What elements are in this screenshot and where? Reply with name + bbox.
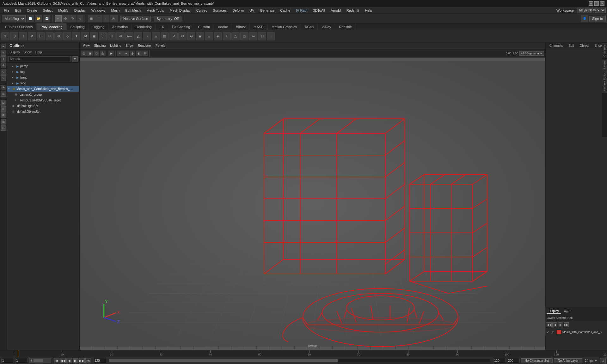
vp-tb-wire[interactable]: ⬡ <box>94 51 99 56</box>
toolbar-open[interactable]: 📂 <box>35 15 42 22</box>
tab-redshift[interactable]: Redshift <box>335 23 356 30</box>
menu-cache[interactable]: Cache <box>278 8 293 13</box>
rotate-tool[interactable]: ↻ <box>69 15 76 22</box>
snap-grid[interactable]: ⊞ <box>88 15 95 22</box>
tab-bifrost[interactable]: Bifrost <box>232 23 250 30</box>
menu-modify[interactable]: Modify <box>56 8 71 13</box>
vp-tb-shadow[interactable]: ◑ <box>130 51 135 56</box>
tool-remesh[interactable]: ⌾ <box>205 32 213 40</box>
tool-collapse[interactable]: ⊡ <box>99 32 107 40</box>
outliner-item-side[interactable]: ▸ ▶ side <box>7 80 79 86</box>
close-button[interactable]: ✕ <box>600 1 604 6</box>
render-region-btn[interactable]: □ <box>600 358 606 363</box>
tool-select[interactable]: ↖ <box>1 32 9 40</box>
select-tool[interactable]: ↖ <box>55 15 62 22</box>
tool-extrude[interactable]: ⬆ <box>72 32 80 40</box>
outliner-item-meals-group[interactable]: ▾ ⊞ Meals_with_Cornflakes_and_Berries_..… <box>7 86 79 92</box>
vp-tb-light2[interactable]: ● <box>123 51 129 56</box>
tool-cleanup[interactable]: ✦ <box>223 32 231 40</box>
rp-object-btn[interactable]: Object <box>578 43 591 48</box>
workspace-dropdown[interactable]: Maya Classic▾ <box>577 8 606 13</box>
snap-view[interactable]: ◎ <box>110 15 117 22</box>
play-back-btn[interactable]: ◀ <box>66 358 72 363</box>
vp-tb-camera[interactable]: ◎ <box>81 51 87 56</box>
module-dropdown[interactable]: Modeling <box>2 15 26 22</box>
tool-normals[interactable]: ↑ <box>267 32 275 40</box>
menu-select[interactable]: Select <box>40 8 55 13</box>
tool-fill[interactable]: ▣ <box>90 32 98 40</box>
outliner-item-camera1[interactable]: ⊞ camera1_group <box>7 92 79 97</box>
left-paint-tool[interactable]: ✎ <box>1 50 6 56</box>
tab-rendering[interactable]: Rendering <box>132 23 156 30</box>
vp-menu-panels[interactable]: Panels <box>154 43 167 48</box>
left-lasso-tool[interactable]: ⌇ <box>1 56 6 62</box>
snap-point[interactable]: · <box>102 15 109 22</box>
toolbar-save[interactable]: 💾 <box>43 15 50 22</box>
move-tool[interactable]: ✛ <box>62 15 69 22</box>
rp-edit-btn[interactable]: Edit <box>566 43 576 48</box>
outliner-filter-btn[interactable]: ▼ <box>72 56 78 62</box>
menu-mesh-display[interactable]: Mesh Display <box>167 8 193 13</box>
help-btn-layers[interactable]: Help <box>567 316 573 319</box>
maximize-button[interactable]: □ <box>594 1 599 6</box>
tab-xgen[interactable]: XGen <box>301 23 318 30</box>
vtab-attr-editor[interactable]: Attribute Editor <box>602 71 607 93</box>
tool-connect[interactable]: ⊕ <box>54 32 63 40</box>
range-bar[interactable] <box>109 359 491 362</box>
tool-slide[interactable]: ⟺ <box>125 32 133 40</box>
step-fwd-btn[interactable]: ▶▶ <box>79 358 85 363</box>
vp-menu-shading[interactable]: Shading <box>92 43 108 48</box>
gamma-selector[interactable]: sRGB gamma ▼ <box>519 51 544 56</box>
no-live-surface-button[interactable]: No Live Surface <box>120 16 151 21</box>
menu-redshift[interactable]: Redshift <box>344 8 362 13</box>
tab-vray[interactable]: V-Ray <box>318 23 335 30</box>
outliner-item-front[interactable]: ▸ ▶ front <box>7 75 79 80</box>
outliner-item-persp[interactable]: ▸ ▶ persp <box>7 63 79 69</box>
vp-menu-show[interactable]: Show <box>124 43 135 48</box>
menu-mesh[interactable]: Mesh <box>108 8 122 13</box>
tool-fill2[interactable]: ▤ <box>161 32 169 40</box>
toolbar-new[interactable]: 📄 <box>27 15 34 22</box>
menu-vray[interactable]: [V-Ray] <box>293 8 310 13</box>
layer-p-btn[interactable]: P <box>552 331 555 334</box>
menu-display[interactable]: Display <box>72 8 88 13</box>
tab-adobe[interactable]: Adobe <box>214 23 232 30</box>
scale-tool[interactable]: ⤡ <box>77 15 83 22</box>
tab-motion-graphics[interactable]: Motion Graphics <box>268 23 301 30</box>
symmetry-button[interactable]: Symmetry: Off <box>154 16 181 21</box>
vtab-layers[interactable]: Layers <box>602 59 607 70</box>
left-group4[interactable]: ⊞ <box>1 119 6 124</box>
vp-tb-smooth[interactable]: ◎ <box>100 51 106 56</box>
tool-retopo[interactable]: ◈ <box>214 32 222 40</box>
menu-arnold[interactable]: Arnold <box>328 8 343 13</box>
frame-current-input[interactable] <box>15 358 28 363</box>
menu-surfaces[interactable]: Surfaces <box>211 8 229 13</box>
menu-file[interactable]: File <box>1 8 12 13</box>
left-grid[interactable]: ⊞ <box>1 91 6 97</box>
menu-deform[interactable]: Deform <box>230 8 246 13</box>
no-character-set-btn[interactable]: No Character Set <box>521 358 553 363</box>
minimize-button[interactable]: ─ <box>589 1 593 6</box>
tab-poly-modeling[interactable]: Poly Modeling <box>37 23 66 30</box>
left-scale-tool[interactable]: ⤡ <box>1 75 6 81</box>
layer-nav-left[interactable]: ◀ <box>552 322 557 327</box>
left-group1[interactable]: ⊟ <box>1 100 6 106</box>
tab-mash[interactable]: MASH <box>250 23 268 30</box>
vp-menu-renderer[interactable]: Renderer <box>136 43 153 48</box>
frame-start-input[interactable] <box>1 358 14 363</box>
menu-windows[interactable]: Windows <box>89 8 108 13</box>
vtab-channels[interactable]: Channels <box>602 43 607 58</box>
outliner-item-objectset[interactable]: ◎ defaultObjectSet <box>7 109 79 114</box>
tab-fx-caching[interactable]: FX Caching <box>168 23 194 30</box>
outliner-item-top[interactable]: ▸ ▶ top <box>7 69 79 75</box>
tool-paint[interactable]: ⌇ <box>19 32 27 40</box>
tool-reduce[interactable]: △ <box>152 32 160 40</box>
outliner-menu-display[interactable]: Display <box>8 50 21 54</box>
tool-bevel[interactable]: ◇ <box>63 32 71 40</box>
vp-tb-light1[interactable]: ☀ <box>117 51 123 56</box>
outliner-menu-show[interactable]: Show <box>22 50 33 54</box>
menu-mesh-tools[interactable]: Mesh Tools <box>144 8 166 13</box>
tool-combine[interactable]: ⊙ <box>178 32 187 40</box>
left-group2[interactable]: ⊞ <box>1 106 6 112</box>
layer-nav-right[interactable]: ▶ <box>558 322 563 327</box>
